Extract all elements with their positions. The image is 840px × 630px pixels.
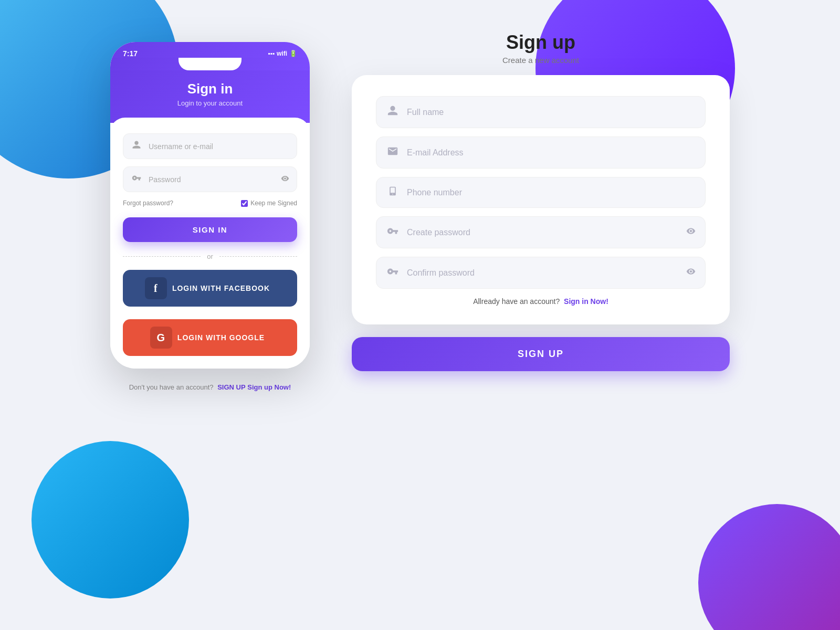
signup-now-link-text[interactable]: Sign up Now! bbox=[247, 383, 291, 391]
keep-signed-label[interactable]: Keep me Signed bbox=[241, 200, 297, 207]
bg-blob-blue-bottom-left bbox=[32, 441, 189, 598]
google-icon: G bbox=[157, 332, 166, 344]
signal-icon: ▪▪▪ bbox=[268, 50, 275, 57]
divider-line-left bbox=[123, 256, 201, 257]
fullname-input[interactable] bbox=[407, 108, 696, 117]
signup-title: Sign up bbox=[502, 32, 579, 54]
facebook-icon: f bbox=[154, 282, 158, 295]
phone-time: 7:17 bbox=[123, 49, 138, 58]
key-icon bbox=[131, 173, 142, 185]
phone-icon bbox=[386, 186, 400, 199]
divider-text: or bbox=[207, 253, 213, 260]
keep-signed-text: Keep me Signed bbox=[250, 200, 297, 207]
already-account: Allready have an account? Sign in Now! bbox=[376, 297, 706, 306]
create-password-eye-icon[interactable] bbox=[686, 226, 696, 238]
phone-body: Forgot password? Keep me Signed SIGN IN … bbox=[110, 118, 310, 369]
password-eye-icon[interactable] bbox=[281, 174, 289, 185]
confirm-password-icon bbox=[386, 266, 400, 280]
wifi-icon: wifi bbox=[277, 50, 287, 57]
keep-signed-checkbox[interactable] bbox=[241, 200, 248, 207]
bg-blob-purple-bottom-right bbox=[698, 504, 840, 630]
email-icon bbox=[386, 145, 400, 160]
create-password-input[interactable] bbox=[407, 228, 686, 237]
signup-now-link[interactable]: SIGN UP bbox=[217, 383, 245, 391]
forgot-password-link[interactable]: Forgot password? bbox=[123, 200, 173, 207]
google-button[interactable]: G LOGIN WITH GOOGLE bbox=[123, 319, 297, 356]
confirm-password-input[interactable] bbox=[407, 268, 686, 278]
user-icon bbox=[131, 140, 142, 152]
already-account-text: Allready have an account? bbox=[473, 297, 560, 306]
create-password-field bbox=[376, 216, 706, 248]
phone-status-bar: 7:17 ▪▪▪ wifi 🔋 bbox=[110, 42, 310, 58]
phone-header: Sign in Login to your account bbox=[110, 70, 310, 123]
facebook-button-label: LOGIN WITH FACEBOOK bbox=[172, 284, 270, 292]
fullname-field bbox=[376, 96, 706, 128]
google-icon-box: G bbox=[150, 327, 172, 349]
facebook-button[interactable]: f LOGIN WITH FACEBOOK bbox=[123, 270, 297, 307]
signin-subtitle: Login to your account bbox=[121, 99, 299, 107]
signup-card: Allready have an account? Sign in Now! bbox=[352, 75, 730, 324]
signup-header: Sign up Create a new account bbox=[502, 32, 579, 65]
signup-subtitle: Create a new account bbox=[502, 56, 579, 65]
password-input[interactable] bbox=[149, 175, 281, 184]
phone-notch bbox=[178, 58, 242, 70]
email-input[interactable] bbox=[407, 148, 696, 158]
divider-line-right bbox=[219, 256, 297, 257]
phone-field bbox=[376, 177, 706, 208]
main-container: 7:17 ▪▪▪ wifi 🔋 Sign in Login to your ac… bbox=[0, 0, 840, 423]
battery-icon: 🔋 bbox=[289, 50, 297, 57]
confirm-password-eye-icon[interactable] bbox=[686, 267, 696, 279]
signup-wrapper: Sign up Create a new account bbox=[352, 32, 730, 371]
email-field bbox=[376, 136, 706, 169]
signup-button[interactable]: SIGN UP bbox=[352, 337, 730, 371]
signin-phone-wrapper: 7:17 ▪▪▪ wifi 🔋 Sign in Login to your ac… bbox=[110, 42, 310, 391]
create-password-icon bbox=[386, 225, 400, 239]
form-options-row: Forgot password? Keep me Signed bbox=[123, 200, 297, 207]
google-button-label: LOGIN WITH GOOGLE bbox=[177, 333, 265, 342]
signin-button[interactable]: SIGN IN bbox=[123, 217, 297, 242]
facebook-icon-box: f bbox=[145, 277, 167, 299]
password-field bbox=[123, 166, 297, 192]
phone-input[interactable] bbox=[407, 188, 696, 197]
signin-now-link[interactable]: Sign in Now! bbox=[564, 297, 608, 306]
no-account-text: Don't you have an account? bbox=[129, 383, 214, 391]
divider: or bbox=[123, 253, 297, 260]
confirm-password-field bbox=[376, 257, 706, 289]
username-field bbox=[123, 133, 297, 159]
phone-frame: 7:17 ▪▪▪ wifi 🔋 Sign in Login to your ac… bbox=[110, 42, 310, 369]
signin-title: Sign in bbox=[121, 81, 299, 97]
username-input[interactable] bbox=[149, 142, 289, 151]
signin-bottom-text: Don't you have an account? SIGN UP Sign … bbox=[129, 383, 291, 391]
phone-status-icons: ▪▪▪ wifi 🔋 bbox=[268, 50, 297, 57]
fullname-icon bbox=[386, 105, 400, 119]
